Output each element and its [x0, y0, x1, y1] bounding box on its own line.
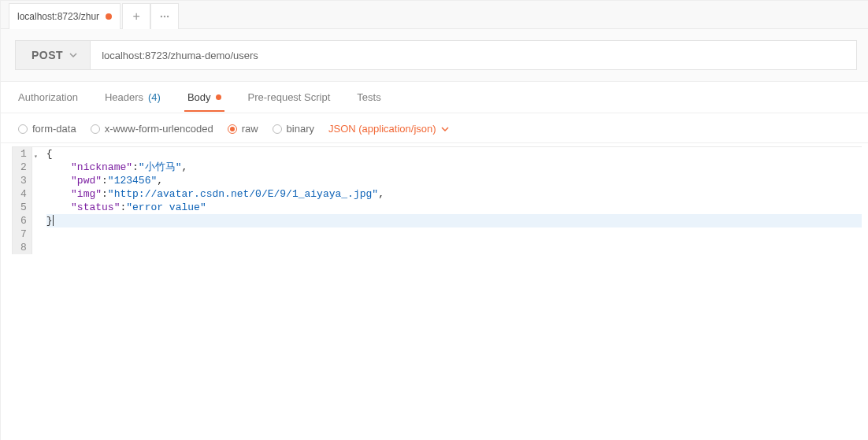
request-row: POST: [1, 29, 868, 82]
radio-icon: [91, 124, 100, 134]
svg-point-1: [164, 16, 165, 17]
line-number: 1: [20, 147, 27, 161]
svg-point-2: [167, 16, 169, 17]
radio-icon: [18, 124, 28, 134]
body-type-binary[interactable]: binary: [273, 123, 314, 135]
line-number: 5: [20, 201, 27, 214]
tab-more-button[interactable]: [150, 3, 179, 29]
body-type-urlencoded[interactable]: x-www-form-urlencoded: [91, 123, 213, 135]
tab-tests[interactable]: Tests: [354, 83, 384, 111]
tab-authorization[interactable]: Authorization: [15, 83, 81, 111]
code-content[interactable]: { "nickname":"小竹马", "pwd":"123456", "img…: [32, 147, 862, 254]
line-number: 6: [20, 214, 27, 227]
editor-area[interactable]: 12345678 { "nickname":"小竹马", "pwd":"1234…: [1, 143, 868, 440]
request-subtabs: Authorization Headers (4) Body Pre-reque…: [1, 82, 868, 113]
line-number: 3: [20, 174, 27, 187]
chevron-down-icon: [69, 51, 77, 59]
radio-selected-icon: [228, 124, 237, 134]
http-method-label: POST: [32, 49, 63, 61]
tabs-bar: localhost:8723/zhur +: [1, 1, 868, 29]
body-type-raw[interactable]: raw: [228, 123, 258, 135]
headers-count: (4): [148, 91, 161, 103]
body-type-formdata[interactable]: form-data: [18, 123, 76, 135]
chevron-down-icon: [441, 125, 449, 133]
code-line[interactable]: }: [46, 214, 862, 227]
code-line[interactable]: [46, 241, 862, 254]
url-input[interactable]: [90, 40, 857, 70]
line-number: 2: [20, 161, 27, 174]
line-number: 4: [20, 187, 27, 201]
code-line[interactable]: "pwd":"123456",: [46, 174, 862, 187]
code-line[interactable]: [46, 227, 862, 241]
modified-dot-icon: [106, 13, 112, 20]
code-editor[interactable]: 12345678 { "nickname":"小竹马", "pwd":"1234…: [12, 146, 862, 254]
body-type-row: form-data x-www-form-urlencoded raw bina…: [1, 113, 868, 143]
app-root: localhost:8723/zhur + POST Authorization…: [0, 0, 868, 440]
add-tab-button[interactable]: +: [122, 3, 150, 29]
content-type-select[interactable]: JSON (application/json): [328, 123, 449, 135]
radio-icon: [273, 124, 282, 134]
tab-label: localhost:8723/zhur: [17, 11, 99, 22]
line-gutter: 12345678: [13, 147, 32, 254]
tab-body[interactable]: Body: [184, 83, 224, 111]
code-line[interactable]: "status":"error value": [46, 201, 862, 214]
tab-headers[interactable]: Headers (4): [102, 83, 164, 111]
http-method-select[interactable]: POST: [15, 40, 90, 70]
tab-prerequest[interactable]: Pre-request Script: [245, 83, 334, 111]
line-number: 8: [20, 241, 27, 254]
line-number: 7: [20, 227, 27, 241]
request-tab[interactable]: localhost:8723/zhur: [9, 3, 121, 29]
code-line[interactable]: "nickname":"小竹马",: [46, 161, 862, 174]
dots-horizontal-icon: [159, 11, 170, 22]
code-line[interactable]: "img":"http://avatar.csdn.net/0/E/9/1_ai…: [46, 187, 862, 201]
body-modified-dot-icon: [216, 94, 221, 100]
code-line[interactable]: {: [46, 147, 862, 161]
text-cursor-icon: [53, 215, 54, 226]
svg-point-0: [161, 16, 162, 17]
